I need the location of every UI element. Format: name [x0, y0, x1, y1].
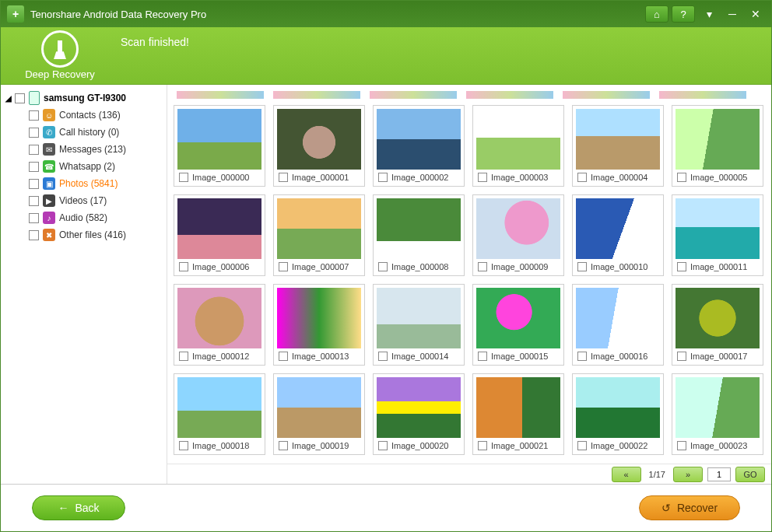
photo-checkbox[interactable]	[378, 173, 388, 182]
photo-checkbox[interactable]	[577, 352, 587, 361]
photo-checkbox[interactable]	[677, 352, 686, 361]
photo-thumbnail	[476, 109, 560, 170]
photo-card[interactable]: Image_000000	[174, 105, 265, 187]
photo-thumbnail	[177, 377, 261, 438]
category-checkbox[interactable]	[29, 196, 39, 206]
minimize-button[interactable]: ─	[723, 5, 742, 23]
photo-filename: Image_000020	[391, 441, 448, 450]
home-icon: ⌂	[654, 9, 660, 20]
back-button[interactable]: ← Back	[32, 495, 125, 520]
pager-prev-button[interactable]: «	[612, 467, 641, 482]
category-checkbox[interactable]	[29, 110, 39, 121]
photo-thumbnail	[576, 198, 660, 259]
photo-card[interactable]: Image_000023	[672, 373, 763, 455]
photo-card[interactable]: Image_000017	[672, 284, 763, 366]
category-label: Call history (0)	[59, 127, 119, 138]
help-button[interactable]: ?	[672, 5, 695, 23]
photo-checkbox[interactable]	[577, 441, 587, 450]
photo-checkbox[interactable]	[577, 173, 587, 182]
recover-button[interactable]: ↺ Recover	[639, 495, 740, 520]
sidebar-item-messages[interactable]: ✉Messages (213)	[27, 141, 163, 158]
close-button[interactable]: ✕	[746, 5, 765, 23]
deep-recovery-button[interactable]: Deep Recovery	[13, 30, 107, 80]
photo-filename: Image_000002	[391, 173, 448, 182]
category-checkbox[interactable]	[29, 162, 39, 172]
device-checkbox[interactable]	[15, 93, 25, 103]
sidebar-item-photos[interactable]: ▣Photos (5841)	[27, 175, 163, 192]
photo-checkbox[interactable]	[378, 262, 388, 271]
photo-card[interactable]: Image_000022	[572, 373, 664, 455]
photo-card[interactable]: Image_000002	[373, 105, 465, 187]
sidebar-item-whatsapp[interactable]: ☎Whatsapp (2)	[27, 158, 163, 175]
sidebar-item-videos[interactable]: ▶Videos (17)	[27, 192, 163, 209]
sidebar: ◢ samsung GT-I9300 ☺Contacts (136)✆Call …	[1, 85, 167, 484]
photo-checkbox[interactable]	[279, 352, 288, 361]
photo-card-footer: Image_000003	[473, 170, 563, 186]
photo-checkbox[interactable]	[677, 262, 686, 271]
photo-filename: Image_000016	[591, 352, 647, 361]
partial-row-above	[177, 91, 765, 100]
photo-card[interactable]: Image_000013	[273, 284, 365, 366]
pager-go-button[interactable]: GO	[735, 467, 765, 482]
photo-card[interactable]: Image_000020	[373, 373, 465, 455]
photo-card[interactable]: Image_000005	[672, 105, 763, 187]
grid-scroll[interactable]: Image_000000Image_000001Image_000002Imag…	[167, 85, 771, 464]
category-label: Other files (416)	[59, 229, 126, 240]
sidebar-item-other[interactable]: ✖Other files (416)	[27, 226, 163, 243]
photo-card[interactable]: Image_000006	[174, 194, 265, 276]
photo-card[interactable]: Image_000018	[174, 373, 265, 455]
sidebar-item-callhist[interactable]: ✆Call history (0)	[27, 124, 163, 141]
photo-checkbox[interactable]	[478, 352, 487, 361]
device-tree-root[interactable]: ◢ samsung GT-I9300	[4, 89, 163, 107]
photo-card[interactable]: Image_000021	[472, 373, 564, 455]
photo-filename: Image_000009	[491, 262, 548, 271]
photo-card[interactable]: Image_000009	[472, 194, 564, 276]
photo-card[interactable]: Image_000019	[273, 373, 365, 455]
photo-checkbox[interactable]	[179, 262, 188, 271]
photo-checkbox[interactable]	[478, 262, 487, 271]
photo-checkbox[interactable]	[279, 262, 288, 271]
tree-collapse-icon: ◢	[4, 94, 13, 103]
photo-checkbox[interactable]	[179, 352, 188, 361]
photo-card[interactable]: Image_000011	[672, 194, 763, 276]
photo-checkbox[interactable]	[179, 441, 188, 450]
sidebar-item-contacts[interactable]: ☺Contacts (136)	[27, 107, 163, 124]
category-checkbox[interactable]	[29, 213, 39, 223]
photo-checkbox[interactable]	[677, 441, 686, 450]
photo-card[interactable]: Image_000010	[572, 194, 664, 276]
videos-icon: ▶	[43, 194, 55, 207]
photo-card[interactable]: Image_000004	[572, 105, 664, 187]
photo-card-footer: Image_000022	[573, 438, 663, 454]
photo-card[interactable]: Image_000003	[472, 105, 564, 187]
photo-checkbox[interactable]	[677, 173, 686, 182]
photo-checkbox[interactable]	[478, 441, 487, 450]
photo-checkbox[interactable]	[179, 173, 188, 182]
category-checkbox[interactable]	[29, 230, 39, 240]
photo-card[interactable]: Image_000016	[572, 284, 664, 366]
photo-checkbox[interactable]	[577, 262, 587, 271]
photo-checkbox[interactable]	[279, 441, 288, 450]
photo-checkbox[interactable]	[378, 441, 388, 450]
pager-page-input[interactable]	[707, 467, 731, 481]
sidebar-item-audio[interactable]: ♪Audio (582)	[27, 209, 163, 226]
photo-card[interactable]: Image_000007	[273, 194, 365, 276]
photo-card[interactable]: Image_000001	[273, 105, 365, 187]
photo-checkbox[interactable]	[378, 352, 388, 361]
photo-card-footer: Image_000011	[672, 259, 763, 275]
photo-card[interactable]: Image_000012	[174, 284, 265, 366]
photo-card[interactable]: Image_000014	[373, 284, 465, 366]
menu-dropdown-button[interactable]: ▾	[700, 5, 718, 23]
category-checkbox[interactable]	[29, 128, 39, 138]
status-banner: Deep Recovery Scan finished!	[1, 27, 771, 85]
footer: ← Back ↺ Recover	[1, 485, 771, 531]
messages-icon: ✉	[43, 143, 55, 156]
category-checkbox[interactable]	[29, 179, 39, 189]
scan-status: Scan finished!	[121, 36, 189, 48]
home-button[interactable]: ⌂	[645, 5, 668, 23]
category-checkbox[interactable]	[29, 145, 39, 155]
photo-checkbox[interactable]	[478, 173, 487, 182]
photo-card[interactable]: Image_000008	[373, 194, 465, 276]
pager-next-button[interactable]: »	[673, 467, 703, 482]
photo-checkbox[interactable]	[279, 173, 288, 182]
photo-card[interactable]: Image_000015	[472, 284, 564, 366]
